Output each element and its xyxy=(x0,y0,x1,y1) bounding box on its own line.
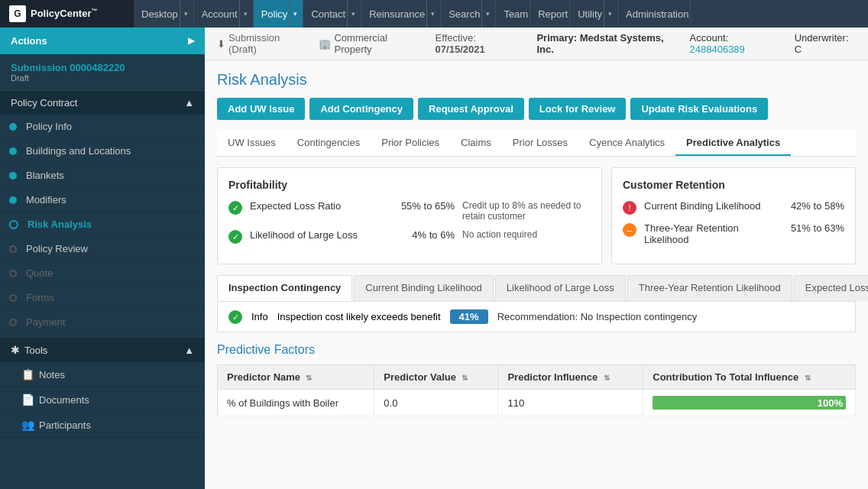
dot-empty-icon xyxy=(9,319,17,326)
red-error-icon: ! xyxy=(623,201,636,215)
col-predictor-value: Predictor Value ⇅ xyxy=(374,365,498,390)
actions-header[interactable]: Actions ▶ xyxy=(0,28,205,54)
recommendation-text: Recommendation: No Inspection contingenc… xyxy=(497,311,698,322)
profitability-title: Profitability xyxy=(228,179,591,191)
sidebar-item-blankets[interactable]: Blankets xyxy=(0,164,205,188)
sidebar-item-documents[interactable]: 📄 Documents xyxy=(0,387,205,413)
nav-item-administration[interactable]: Administration xyxy=(618,0,691,28)
binding-likelihood-row: ! Current Binding Likelihood 42% to 58% xyxy=(623,200,844,215)
info-message: Inspection cost likely exceeds benefit xyxy=(277,311,441,322)
contribution-fill: 100% xyxy=(653,396,846,410)
inner-tab-retention[interactable]: Three-Year Retention Likelihood xyxy=(627,275,792,301)
nav-item-search[interactable]: Search ▾ xyxy=(441,0,496,28)
customer-retention-card: Customer Retention ! Current Binding Lik… xyxy=(611,167,856,264)
tab-prior-losses[interactable]: Prior Losses xyxy=(502,131,578,156)
submission-status: Draft xyxy=(11,73,194,83)
table-row: % of Buildings with Boiler 0.0 110 100% xyxy=(218,390,856,416)
sidebar-item-payment[interactable]: Payment xyxy=(0,310,205,335)
predictor-name-cell: % of Buildings with Boiler xyxy=(218,390,374,416)
col-contribution: Contribution To Total Influence ⇅ xyxy=(643,365,856,390)
inner-tab-binding[interactable]: Current Binding Likelihood xyxy=(354,275,493,301)
tab-claims[interactable]: Claims xyxy=(450,131,502,156)
submission-title: Submission 0000482220 xyxy=(11,62,194,73)
sidebar-item-participants[interactable]: 👥 Participants xyxy=(0,413,205,438)
tools-header[interactable]: ✱ Tools ▲ xyxy=(0,338,205,362)
inner-tab-inspection[interactable]: Inspection Contingency xyxy=(217,275,352,301)
nav-item-policy[interactable]: Policy ▾ xyxy=(254,0,304,28)
sidebar-item-buildings-locations[interactable]: Buildings and Locations xyxy=(0,139,205,164)
chevron-up-icon: ▲ xyxy=(184,97,194,108)
sidebar-item-risk-analysis[interactable]: Risk Analysis xyxy=(0,212,205,237)
expected-loss-ratio-note: Credit up to 8% as needed to retain cust… xyxy=(462,200,591,222)
submission-info: Submission 0000482220 Draft xyxy=(0,54,205,91)
nav-item-team[interactable]: Team xyxy=(496,0,530,28)
underwriter-label: Underwriter: C xyxy=(795,32,856,55)
tab-cyence-analytics[interactable]: Cyence Analytics xyxy=(578,131,675,156)
inner-tab-expected-loss[interactable]: Expected Loss Ratio xyxy=(794,275,868,301)
brand-logo[interactable]: G PolicyCenter™ xyxy=(0,0,134,28)
sort-icon[interactable]: ⇅ xyxy=(604,374,610,382)
nav-item-report[interactable]: Report xyxy=(530,0,570,28)
top-nav: G PolicyCenter™ Desktop ▾ Account ▾ Poli… xyxy=(0,0,868,28)
binding-likelihood-value: 42% to 58% xyxy=(776,200,844,212)
likelihood-large-loss-note: No action required xyxy=(462,229,591,240)
inner-tab-section: Inspection Contingency Current Binding L… xyxy=(217,275,856,332)
customer-retention-title: Customer Retention xyxy=(623,179,844,191)
update-risk-evaluations-button[interactable]: Update Risk Evaluations xyxy=(630,98,768,120)
tab-uw-issues[interactable]: UW Issues xyxy=(217,131,287,156)
request-approval-button[interactable]: Request Approval xyxy=(418,98,524,120)
tab-predictive-analytics[interactable]: Predictive Analytics xyxy=(675,131,791,156)
dot-filled-icon xyxy=(9,196,17,204)
tab-contingencies[interactable]: Contingencies xyxy=(287,131,371,156)
nav-item-reinsurance[interactable]: Reinsurance ▾ xyxy=(361,0,441,28)
expected-loss-ratio-label: Expected Loss Ratio xyxy=(250,200,378,212)
col-predictor-name: Predictor Name ⇅ xyxy=(218,365,374,390)
sidebar-item-policy-info[interactable]: Policy Info xyxy=(0,115,205,139)
col-predictor-influence: Predictor Influence ⇅ xyxy=(498,365,643,390)
participants-icon: 👥 xyxy=(21,419,34,431)
predictor-influence-cell: 110 xyxy=(498,390,643,416)
content-area: ⬇ Submission (Draft) 🏢 Commercial Proper… xyxy=(205,28,868,489)
sidebar-item-policy-review[interactable]: Policy Review xyxy=(0,237,205,261)
lock-for-review-button[interactable]: Lock for Review xyxy=(529,98,627,120)
download-icon: ⬇ xyxy=(217,38,225,50)
sort-icon[interactable]: ⇅ xyxy=(462,374,468,382)
add-uw-issue-button[interactable]: Add UW Issue xyxy=(217,98,305,120)
sort-icon[interactable]: ⇅ xyxy=(306,374,312,382)
nav-item-account[interactable]: Account ▾ xyxy=(194,0,254,28)
dot-outline-icon xyxy=(9,220,18,229)
submission-bar: ⬇ Submission (Draft) 🏢 Commercial Proper… xyxy=(205,28,868,60)
brand-icon: G xyxy=(9,5,26,22)
info-percentage-badge: 41% xyxy=(450,309,488,324)
green-check-icon: ✓ xyxy=(228,230,242,244)
chevron-up-icon: ▲ xyxy=(184,345,194,356)
dot-empty-icon xyxy=(9,245,17,253)
tools-icon: ✱ xyxy=(11,344,20,356)
predictive-factors-title: Predictive Factors xyxy=(217,343,856,357)
chevron-down-icon: ▾ xyxy=(481,0,494,28)
brand-name: PolicyCenter™ xyxy=(31,8,97,19)
nav-item-utility[interactable]: Utility ▾ xyxy=(570,0,618,28)
retention-likelihood-row: – Three-Year Retention Likelihood 51% to… xyxy=(623,222,844,245)
actions-label: Actions xyxy=(11,35,47,47)
effective-date: Effective: 07/15/2021 xyxy=(436,32,525,55)
policy-contract-header[interactable]: Policy Contract ▲ xyxy=(0,91,205,115)
sidebar-item-modifiers[interactable]: Modifiers xyxy=(0,188,205,212)
predictor-value-cell: 0.0 xyxy=(374,390,498,416)
nav-item-contact[interactable]: Contact ▾ xyxy=(303,0,361,28)
binding-likelihood-label: Current Binding Likelihood xyxy=(644,200,768,212)
sidebar-item-forms[interactable]: Forms xyxy=(0,286,205,310)
sidebar-item-notes[interactable]: 📋 Notes xyxy=(0,362,205,387)
nav-item-desktop[interactable]: Desktop ▾ xyxy=(134,0,194,28)
sort-icon[interactable]: ⇅ xyxy=(805,374,811,382)
inner-tab-large-loss[interactable]: Likelihood of Large Loss xyxy=(495,275,626,301)
dot-empty-icon xyxy=(9,294,17,302)
property-badge: 🏢 Commercial Property xyxy=(319,32,423,55)
contribution-cell: 100% xyxy=(643,390,856,416)
tab-prior-policies[interactable]: Prior Policies xyxy=(371,131,450,156)
add-contingency-button[interactable]: Add Contingency xyxy=(309,98,413,120)
page-title: Risk Analysis xyxy=(217,71,856,89)
sidebar-item-quote[interactable]: Quote xyxy=(0,261,205,286)
retention-likelihood-value: 51% to 63% xyxy=(776,222,844,234)
info-card: ✓ Info Inspection cost likely exceeds be… xyxy=(217,302,856,332)
